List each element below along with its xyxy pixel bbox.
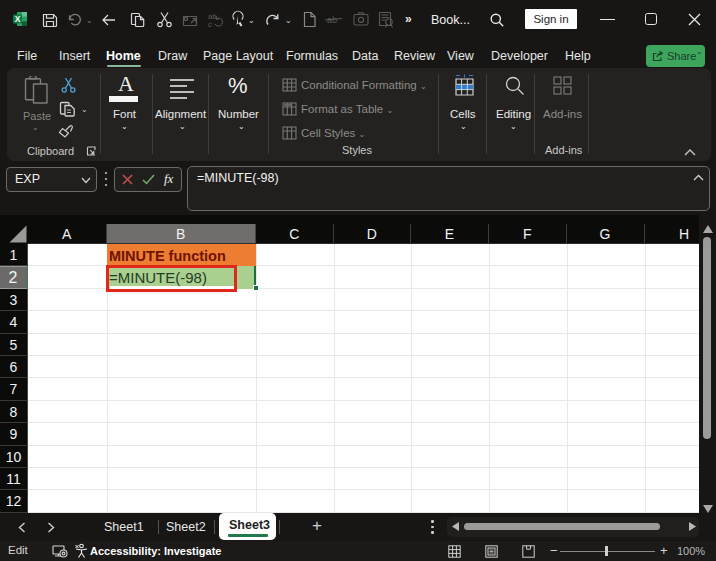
svg-text:X: X <box>15 14 21 24</box>
svg-text:c: c <box>208 20 212 29</box>
